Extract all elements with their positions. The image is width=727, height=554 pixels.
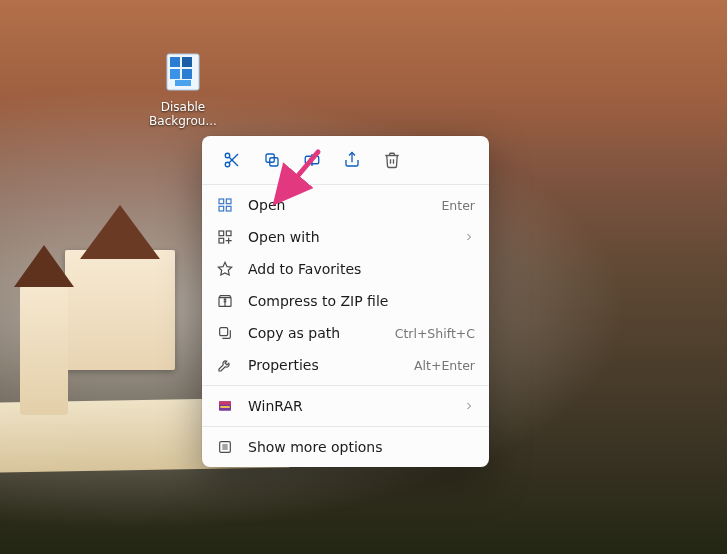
chevron-right-icon xyxy=(463,231,475,243)
apps-icon xyxy=(216,228,234,246)
menu-item-open[interactable]: Open Enter xyxy=(202,189,489,221)
svg-rect-22 xyxy=(219,238,224,243)
svg-rect-4 xyxy=(182,69,192,79)
context-menu-list: Open Enter Open with Add to F xyxy=(202,185,489,467)
menu-item-label: Open with xyxy=(248,229,449,245)
share-button[interactable] xyxy=(332,144,372,176)
more-icon xyxy=(216,438,234,456)
svg-rect-19 xyxy=(226,206,231,211)
menu-item-accel: Alt+Enter xyxy=(414,358,475,373)
menu-item-label: Properties xyxy=(248,357,400,373)
reg-file-icon xyxy=(159,48,207,96)
menu-item-winrar[interactable]: WinRAR xyxy=(202,390,489,422)
trash-icon xyxy=(383,151,401,169)
menu-item-accel: Enter xyxy=(441,198,475,213)
share-icon xyxy=(343,151,361,169)
svg-rect-2 xyxy=(182,57,192,67)
context-menu-toolbar: A xyxy=(202,136,489,185)
menu-item-add-favorites[interactable]: Add to Favorites xyxy=(202,253,489,285)
menu-item-label: Add to Favorites xyxy=(248,261,475,277)
menu-item-label: Copy as path xyxy=(248,325,381,341)
scissors-icon xyxy=(223,151,241,169)
zip-icon xyxy=(216,292,234,310)
cut-button[interactable] xyxy=(212,144,252,176)
chevron-right-icon xyxy=(463,400,475,412)
path-icon xyxy=(216,324,234,342)
menu-item-accel: Ctrl+Shift+C xyxy=(395,326,475,341)
menu-item-properties[interactable]: Properties Alt+Enter xyxy=(202,349,489,381)
star-icon xyxy=(216,260,234,278)
rename-button[interactable]: A xyxy=(292,144,332,176)
menu-item-label: Compress to ZIP file xyxy=(248,293,475,309)
copy-button[interactable] xyxy=(252,144,292,176)
svg-rect-17 xyxy=(226,199,231,204)
grid-icon xyxy=(216,196,234,214)
svg-rect-20 xyxy=(219,231,224,236)
svg-marker-25 xyxy=(218,262,231,275)
svg-point-7 xyxy=(225,153,230,158)
copy-icon xyxy=(263,151,281,169)
svg-rect-30 xyxy=(220,328,228,336)
desktop-file-icon[interactable]: Disable Backgrou... xyxy=(138,48,228,128)
svg-rect-18 xyxy=(219,206,224,211)
menu-item-show-more-options[interactable]: Show more options xyxy=(202,431,489,463)
desktop-file-label: Disable Backgrou... xyxy=(138,100,228,128)
menu-item-label: Open xyxy=(248,197,427,213)
menu-item-label: Show more options xyxy=(248,439,475,455)
delete-button[interactable] xyxy=(372,144,412,176)
wrench-icon xyxy=(216,356,234,374)
rename-icon: A xyxy=(303,151,321,169)
menu-item-label: WinRAR xyxy=(248,398,449,414)
menu-item-copy-path[interactable]: Copy as path Ctrl+Shift+C xyxy=(202,317,489,349)
menu-item-open-with[interactable]: Open with xyxy=(202,221,489,253)
wallpaper-castle xyxy=(25,190,215,440)
svg-rect-3 xyxy=(170,69,180,79)
menu-separator xyxy=(202,385,489,386)
menu-separator xyxy=(202,426,489,427)
menu-item-compress-zip[interactable]: Compress to ZIP file xyxy=(202,285,489,317)
winrar-icon xyxy=(216,397,234,415)
svg-rect-16 xyxy=(219,199,224,204)
svg-rect-5 xyxy=(175,80,191,86)
svg-rect-33 xyxy=(220,406,229,408)
svg-rect-32 xyxy=(219,401,231,404)
svg-rect-21 xyxy=(226,231,231,236)
svg-rect-1 xyxy=(170,57,180,67)
context-menu: A xyxy=(202,136,489,467)
svg-point-6 xyxy=(225,162,230,167)
